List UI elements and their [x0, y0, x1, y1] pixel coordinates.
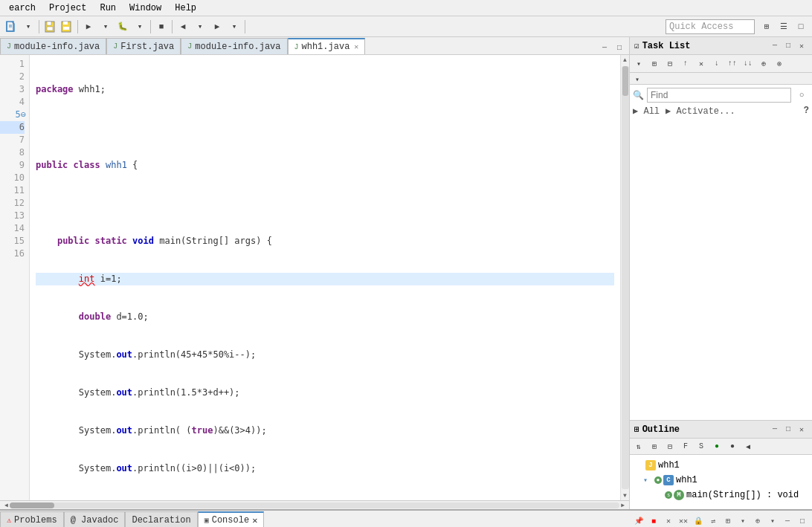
outline-btn5[interactable]: S: [694, 439, 709, 454]
line-numbers: 1234 5⊖ 6 78910 11121314 1516: [0, 55, 30, 500]
tab-close-whh1[interactable]: ✕: [354, 42, 358, 51]
run-dropdown-button[interactable]: ▾: [97, 19, 114, 35]
tab-console[interactable]: ▣ Console ✕: [198, 511, 265, 527]
menu-search[interactable]: earch: [3, 1, 42, 15]
outline-close-button[interactable]: ✕: [796, 424, 808, 436]
run-button[interactable]: ▶: [80, 19, 97, 35]
outline-header: ⊞ Outline ─ □ ✕: [630, 421, 812, 439]
console-minimize-button[interactable]: ─: [781, 514, 794, 527]
outline-item-class[interactable]: ▾ ● C whh1: [631, 473, 811, 488]
tab-icon-3: J: [187, 42, 192, 51]
outline-item-method[interactable]: s M main(String[]) : void: [631, 488, 811, 502]
task-icon-btn5[interactable]: ↓: [709, 56, 724, 71]
tab-icon-1: J: [7, 42, 11, 51]
task-icon-btn7[interactable]: ↓↓: [741, 56, 755, 71]
editor-horizontal-scrollbar[interactable]: ◀ ▶: [0, 500, 629, 509]
back-dropdown-button[interactable]: ▾: [192, 19, 208, 35]
tab-declaration[interactable]: Declaration: [125, 511, 197, 527]
task-new-button[interactable]: ▾: [631, 56, 646, 71]
menu-window[interactable]: Window: [123, 1, 167, 15]
outline-btn7[interactable]: ●: [725, 439, 740, 454]
tab-module-info-2[interactable]: J module-info.java: [181, 38, 287, 54]
activate-option[interactable]: ▶ Activate...: [666, 106, 735, 117]
console-remove-all-button[interactable]: ✕✕: [677, 514, 690, 527]
console-word-wrap-button[interactable]: ⇌: [706, 514, 720, 527]
new-dropdown-button[interactable]: ▾: [20, 19, 36, 35]
save-button[interactable]: [42, 19, 58, 35]
task-find-search-btn[interactable]: ○: [794, 88, 809, 103]
task-minimize-button[interactable]: ─: [769, 40, 781, 52]
scroll-up-button[interactable]: ▲: [622, 55, 628, 65]
outline-btn3[interactable]: ⊟: [663, 439, 677, 454]
console-pin-button[interactable]: 📌: [632, 514, 645, 527]
code-editor[interactable]: 1234 5⊖ 6 78910 11121314 1516 package wh…: [0, 55, 629, 500]
open-perspective-button[interactable]: ⊞: [758, 19, 775, 35]
scroll-left-button[interactable]: ◀: [3, 502, 10, 508]
outline-btn1[interactable]: ⇅: [631, 439, 646, 454]
scroll-down-button[interactable]: ▼: [622, 491, 628, 500]
quick-access-input[interactable]: Quick Access: [666, 19, 755, 34]
save-all-button[interactable]: [59, 19, 75, 35]
code-content[interactable]: package whh1; public class whh1 { public…: [30, 55, 620, 500]
task-maximize-button[interactable]: □: [782, 40, 794, 52]
tab-whh1-java[interactable]: J whh1.java ✕: [288, 38, 366, 54]
scroll-thumb[interactable]: [622, 66, 628, 96]
task-icon-btn2[interactable]: ⊟: [663, 56, 677, 71]
task-icon-btn3[interactable]: ↑: [678, 56, 693, 71]
method-public-icon: s: [665, 491, 672, 499]
menu-run[interactable]: Run: [94, 1, 122, 15]
debug-button[interactable]: 🐛: [115, 19, 131, 35]
outline-btn8[interactable]: ◀: [741, 439, 755, 454]
task-icon-btn8[interactable]: ⊕: [756, 56, 771, 71]
outline-btn4[interactable]: F: [678, 439, 693, 454]
outline-minimize-button[interactable]: ─: [769, 424, 781, 436]
console-terminate-button[interactable]: ■: [647, 514, 660, 527]
task-icon-btn9[interactable]: ⊗: [772, 56, 787, 71]
new-button[interactable]: [3, 19, 19, 35]
maximize-button[interactable]: □: [793, 19, 809, 35]
stop-button[interactable]: ■: [153, 19, 170, 35]
maximize-editor-button[interactable]: □: [613, 41, 626, 54]
back-button[interactable]: ◀: [175, 19, 191, 35]
help-icon[interactable]: ?: [804, 106, 809, 117]
console-tab-controls: 📌 ■ ✕ ✕✕ 🔒 ⇌ ⊞ ▾ ⊕ ▾ ─ □: [629, 514, 812, 527]
console-extra-btn1[interactable]: ⊕: [751, 514, 764, 527]
tab-module-info-1[interactable]: J module-info.java: [0, 38, 106, 54]
debug-dropdown-button[interactable]: ▾: [132, 19, 148, 35]
tab-javadoc[interactable]: @ Javadoc: [64, 511, 126, 527]
console-maximize-button[interactable]: □: [796, 514, 809, 527]
console-scroll-lock-button[interactable]: 🔒: [692, 514, 705, 527]
tab-close-console[interactable]: ✕: [252, 515, 257, 526]
forward-dropdown-button[interactable]: ▾: [226, 19, 242, 35]
outline-maximize-button[interactable]: □: [782, 424, 794, 436]
task-icon-btn1[interactable]: ⊞: [647, 56, 662, 71]
editor-area: J module-info.java J First.java J module…: [0, 37, 630, 509]
task-extra-btn[interactable]: ▾: [631, 74, 643, 85]
tab-first-java[interactable]: J First.java: [106, 38, 181, 54]
menu-help[interactable]: Help: [169, 1, 202, 15]
minimize-editor-button[interactable]: ─: [598, 41, 611, 54]
task-close-button[interactable]: ✕: [796, 40, 808, 52]
perspective-list-button[interactable]: ☰: [776, 19, 792, 35]
scroll-right-button[interactable]: ▶: [619, 502, 626, 508]
console-new-console-button[interactable]: ⊞: [721, 514, 735, 527]
outline-btn6[interactable]: ●: [709, 439, 724, 454]
all-option[interactable]: ▶ All: [633, 106, 660, 117]
menu-project[interactable]: Project: [43, 1, 92, 15]
h-scroll-thumb[interactable]: [10, 502, 54, 508]
editor-vertical-scrollbar[interactable]: ▲ ▼: [620, 55, 629, 500]
expand-class-icon[interactable]: ▾: [643, 476, 652, 485]
tab-problems[interactable]: ⚠ Problems: [0, 511, 64, 527]
forward-button[interactable]: ▶: [209, 19, 225, 35]
outline-item-file[interactable]: J whh1: [631, 458, 811, 473]
console-remove-button[interactable]: ✕: [662, 514, 675, 527]
scroll-track[interactable]: [622, 66, 629, 489]
h-scroll-track[interactable]: [10, 502, 619, 508]
console-dropdown-button[interactable]: ▾: [736, 514, 750, 527]
outline-controls: ─ □ ✕: [769, 424, 808, 436]
outline-btn2[interactable]: ⊞: [647, 439, 662, 454]
console-extra-btn2[interactable]: ▾: [766, 514, 779, 527]
task-icon-btn6[interactable]: ↑↑: [725, 56, 740, 71]
task-icon-btn4[interactable]: ✕: [694, 56, 709, 71]
task-find-input[interactable]: [647, 88, 791, 103]
